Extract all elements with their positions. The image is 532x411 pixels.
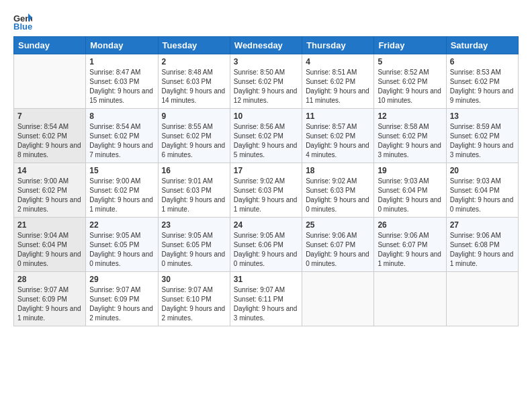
calendar-cell: 6Sunrise: 8:53 AMSunset: 6:02 PMDaylight… <box>446 54 518 109</box>
calendar-table: SundayMondayTuesdayWednesdayThursdayFrid… <box>13 36 519 326</box>
header: General Blue <box>13 12 519 31</box>
weekday-header: Friday <box>374 37 446 54</box>
calendar-cell: 27Sunrise: 9:06 AMSunset: 6:08 PMDayligh… <box>446 218 518 272</box>
day-number: 9 <box>162 111 226 121</box>
day-number: 6 <box>450 57 515 66</box>
calendar-cell: 9Sunrise: 8:55 AMSunset: 6:02 PMDaylight… <box>158 109 230 163</box>
day-number: 19 <box>378 166 442 175</box>
calendar-cell: 20Sunrise: 9:03 AMSunset: 6:04 PMDayligh… <box>446 163 518 218</box>
calendar-cell: 18Sunrise: 9:02 AMSunset: 6:03 PMDayligh… <box>302 163 374 218</box>
day-info: Sunrise: 9:00 AMSunset: 6:02 PMDaylight:… <box>17 177 82 214</box>
day-number: 16 <box>162 166 226 175</box>
calendar-week-row: 7Sunrise: 8:54 AMSunset: 6:02 PMDaylight… <box>14 109 519 163</box>
day-info: Sunrise: 9:07 AMSunset: 6:09 PMDaylight:… <box>89 285 154 323</box>
calendar-cell: 17Sunrise: 9:02 AMSunset: 6:03 PMDayligh… <box>230 163 302 218</box>
day-number: 25 <box>306 220 370 230</box>
day-number: 8 <box>89 111 154 121</box>
calendar-cell: 24Sunrise: 9:05 AMSunset: 6:06 PMDayligh… <box>230 218 302 272</box>
day-number: 13 <box>450 111 515 121</box>
calendar-cell: 5Sunrise: 8:52 AMSunset: 6:02 PMDaylight… <box>374 54 446 109</box>
calendar-cell: 12Sunrise: 8:58 AMSunset: 6:02 PMDayligh… <box>374 109 446 163</box>
day-info: Sunrise: 9:05 AMSunset: 6:05 PMDaylight:… <box>162 231 226 269</box>
day-number: 21 <box>17 220 82 230</box>
calendar-cell: 2Sunrise: 8:48 AMSunset: 6:03 PMDaylight… <box>158 54 230 109</box>
day-number: 27 <box>450 220 515 230</box>
calendar-cell <box>446 272 518 326</box>
day-info: Sunrise: 8:54 AMSunset: 6:02 PMDaylight:… <box>89 122 154 160</box>
weekday-header: Tuesday <box>158 37 230 54</box>
calendar-cell: 30Sunrise: 9:07 AMSunset: 6:10 PMDayligh… <box>158 272 230 326</box>
day-info: Sunrise: 8:54 AMSunset: 6:02 PMDaylight:… <box>17 122 82 160</box>
day-number: 28 <box>17 275 82 284</box>
day-number: 11 <box>306 111 370 121</box>
svg-text:Blue: Blue <box>13 21 32 31</box>
calendar-cell: 11Sunrise: 8:57 AMSunset: 6:02 PMDayligh… <box>302 109 374 163</box>
calendar-cell: 14Sunrise: 9:00 AMSunset: 6:02 PMDayligh… <box>14 163 86 218</box>
day-info: Sunrise: 8:51 AMSunset: 6:02 PMDaylight:… <box>306 68 370 105</box>
day-info: Sunrise: 8:57 AMSunset: 6:02 PMDaylight:… <box>306 122 370 160</box>
calendar-cell: 15Sunrise: 9:00 AMSunset: 6:02 PMDayligh… <box>86 163 158 218</box>
day-number: 10 <box>234 111 298 121</box>
calendar-cell: 8Sunrise: 8:54 AMSunset: 6:02 PMDaylight… <box>86 109 158 163</box>
day-info: Sunrise: 9:01 AMSunset: 6:03 PMDaylight:… <box>162 177 226 214</box>
calendar-cell: 4Sunrise: 8:51 AMSunset: 6:02 PMDaylight… <box>302 54 374 109</box>
day-info: Sunrise: 9:02 AMSunset: 6:03 PMDaylight:… <box>234 177 298 214</box>
calendar-cell: 26Sunrise: 9:06 AMSunset: 6:07 PMDayligh… <box>374 218 446 272</box>
day-number: 23 <box>162 220 226 230</box>
calendar-page: General Blue SundayMondayTuesdayWednesda… <box>0 0 532 411</box>
day-number: 7 <box>17 111 82 121</box>
day-info: Sunrise: 8:59 AMSunset: 6:02 PMDaylight:… <box>450 122 515 160</box>
day-info: Sunrise: 8:50 AMSunset: 6:02 PMDaylight:… <box>234 68 298 105</box>
day-info: Sunrise: 8:47 AMSunset: 6:03 PMDaylight:… <box>89 68 154 105</box>
day-number: 17 <box>234 166 298 175</box>
day-number: 26 <box>378 220 442 230</box>
weekday-header: Monday <box>86 37 158 54</box>
calendar-cell: 7Sunrise: 8:54 AMSunset: 6:02 PMDaylight… <box>14 109 86 163</box>
calendar-cell: 3Sunrise: 8:50 AMSunset: 6:02 PMDaylight… <box>230 54 302 109</box>
calendar-cell: 1Sunrise: 8:47 AMSunset: 6:03 PMDaylight… <box>86 54 158 109</box>
calendar-week-row: 1Sunrise: 8:47 AMSunset: 6:03 PMDaylight… <box>14 54 519 109</box>
day-info: Sunrise: 9:04 AMSunset: 6:04 PMDaylight:… <box>17 231 82 269</box>
day-number: 18 <box>306 166 370 175</box>
day-info: Sunrise: 9:05 AMSunset: 6:05 PMDaylight:… <box>89 231 154 269</box>
day-info: Sunrise: 8:58 AMSunset: 6:02 PMDaylight:… <box>378 122 442 160</box>
day-info: Sunrise: 9:03 AMSunset: 6:04 PMDaylight:… <box>450 177 515 214</box>
day-info: Sunrise: 9:00 AMSunset: 6:02 PMDaylight:… <box>89 177 154 214</box>
calendar-cell: 28Sunrise: 9:07 AMSunset: 6:09 PMDayligh… <box>14 272 86 326</box>
calendar-week-row: 21Sunrise: 9:04 AMSunset: 6:04 PMDayligh… <box>14 218 519 272</box>
day-number: 2 <box>162 57 226 66</box>
day-number: 30 <box>162 275 226 284</box>
day-info: Sunrise: 8:53 AMSunset: 6:02 PMDaylight:… <box>450 68 515 105</box>
day-number: 4 <box>306 57 370 66</box>
day-info: Sunrise: 8:52 AMSunset: 6:02 PMDaylight:… <box>378 68 442 105</box>
calendar-cell: 29Sunrise: 9:07 AMSunset: 6:09 PMDayligh… <box>86 272 158 326</box>
calendar-cell: 22Sunrise: 9:05 AMSunset: 6:05 PMDayligh… <box>86 218 158 272</box>
day-info: Sunrise: 9:07 AMSunset: 6:09 PMDaylight:… <box>17 285 82 323</box>
calendar-cell: 19Sunrise: 9:03 AMSunset: 6:04 PMDayligh… <box>374 163 446 218</box>
day-number: 14 <box>17 166 82 175</box>
weekday-header-row: SundayMondayTuesdayWednesdayThursdayFrid… <box>14 37 519 54</box>
day-number: 24 <box>234 220 298 230</box>
day-number: 12 <box>378 111 442 121</box>
day-info: Sunrise: 9:07 AMSunset: 6:10 PMDaylight:… <box>162 285 226 323</box>
weekday-header: Thursday <box>302 37 374 54</box>
weekday-header: Sunday <box>14 37 86 54</box>
day-info: Sunrise: 9:07 AMSunset: 6:11 PMDaylight:… <box>234 285 298 323</box>
logo-icon: General Blue <box>13 12 32 31</box>
calendar-cell: 25Sunrise: 9:06 AMSunset: 6:07 PMDayligh… <box>302 218 374 272</box>
weekday-header: Wednesday <box>230 37 302 54</box>
day-info: Sunrise: 9:06 AMSunset: 6:07 PMDaylight:… <box>306 231 370 269</box>
calendar-cell: 31Sunrise: 9:07 AMSunset: 6:11 PMDayligh… <box>230 272 302 326</box>
calendar-cell <box>302 272 374 326</box>
calendar-cell <box>14 54 86 109</box>
day-info: Sunrise: 9:05 AMSunset: 6:06 PMDaylight:… <box>234 231 298 269</box>
day-number: 5 <box>378 57 442 66</box>
day-number: 29 <box>89 275 154 284</box>
weekday-header: Saturday <box>446 37 518 54</box>
calendar-cell: 16Sunrise: 9:01 AMSunset: 6:03 PMDayligh… <box>158 163 230 218</box>
day-info: Sunrise: 9:06 AMSunset: 6:07 PMDaylight:… <box>378 231 442 269</box>
calendar-cell: 13Sunrise: 8:59 AMSunset: 6:02 PMDayligh… <box>446 109 518 163</box>
calendar-cell: 23Sunrise: 9:05 AMSunset: 6:05 PMDayligh… <box>158 218 230 272</box>
day-info: Sunrise: 9:02 AMSunset: 6:03 PMDaylight:… <box>306 177 370 214</box>
day-info: Sunrise: 9:06 AMSunset: 6:08 PMDaylight:… <box>450 231 515 269</box>
